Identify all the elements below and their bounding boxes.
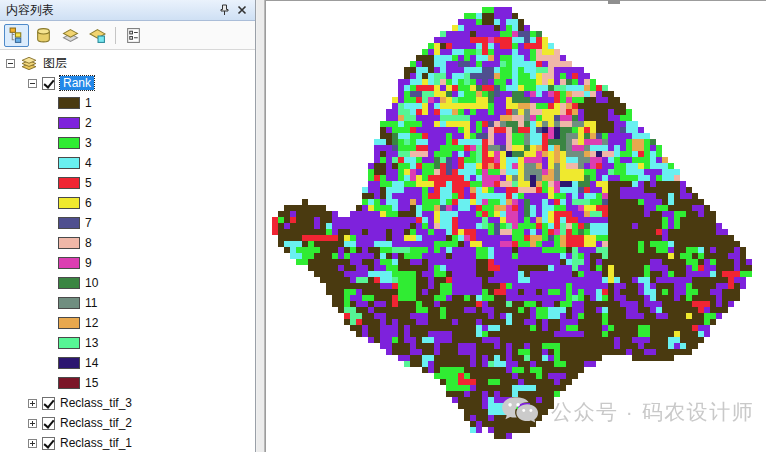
table-of-contents-panel: 内容列表 — [0, 0, 256, 452]
toolbar-separator — [115, 27, 116, 44]
class-value-label: 10 — [85, 276, 98, 290]
panel-title: 内容列表 — [6, 2, 215, 19]
map-view: 公众号 · 码农设计师 — [265, 0, 766, 452]
class-value-label: 7 — [85, 216, 92, 230]
class-value-label: 1 — [85, 96, 92, 110]
legend-class-row[interactable]: 7 — [0, 213, 255, 233]
legend-class-row[interactable]: 8 — [0, 233, 255, 253]
layer-row-reclass-tif-2[interactable]: Reclass_tif_2 — [0, 413, 255, 433]
legend-class-row[interactable]: 2 — [0, 113, 255, 133]
class-color-swatch[interactable] — [58, 197, 80, 209]
list-by-selection-button[interactable] — [85, 24, 110, 47]
legend-class-row[interactable]: 9 — [0, 253, 255, 273]
class-value-label: 12 — [85, 316, 98, 330]
layers-group-label: 图层 — [43, 55, 67, 72]
legend-class-row[interactable]: 3 — [0, 133, 255, 153]
class-value-label: 2 — [85, 116, 92, 130]
collapse-icon[interactable] — [6, 59, 15, 68]
class-value-label: 13 — [85, 336, 98, 350]
legend-class-row[interactable]: 5 — [0, 173, 255, 193]
rank-legend: 123456789101112131415 — [0, 93, 255, 393]
layer-label: Reclass_tif_3 — [60, 396, 132, 410]
legend-class-row[interactable]: 14 — [0, 353, 255, 373]
map-raster-canvas[interactable] — [266, 1, 766, 452]
toc-toolbar — [0, 21, 255, 50]
class-color-swatch[interactable] — [58, 217, 80, 229]
expand-icon[interactable] — [28, 399, 37, 408]
class-value-label: 6 — [85, 196, 92, 210]
layers-icon — [20, 55, 38, 72]
class-color-swatch[interactable] — [58, 377, 80, 389]
layers-group-row[interactable]: 图层 — [0, 53, 255, 73]
list-by-source-button[interactable] — [31, 24, 56, 47]
class-value-label: 11 — [85, 296, 97, 310]
layer-row-reclass-tif-3[interactable]: Reclass_tif_3 — [0, 393, 255, 413]
collapse-icon[interactable] — [28, 79, 37, 88]
layer-row-reclass-tif-1[interactable]: Reclass_tif_1 — [0, 433, 255, 452]
pin-icon[interactable] — [215, 2, 233, 19]
legend-class-row[interactable]: 4 — [0, 153, 255, 173]
rank-layer-row[interactable]: Rank — [0, 73, 255, 93]
rank-checkbox[interactable] — [42, 77, 55, 90]
class-color-swatch[interactable] — [58, 337, 80, 349]
legend-class-row[interactable]: 1 — [0, 93, 255, 113]
class-color-swatch[interactable] — [58, 297, 80, 309]
class-value-label: 4 — [85, 156, 92, 170]
class-value-label: 9 — [85, 256, 92, 270]
legend-class-row[interactable]: 15 — [0, 373, 255, 393]
close-icon[interactable] — [233, 2, 251, 19]
class-color-swatch[interactable] — [58, 117, 80, 129]
class-color-swatch[interactable] — [58, 257, 80, 269]
splitter-handle[interactable] — [608, 0, 620, 4]
class-value-label: 8 — [85, 236, 92, 250]
arcmap-workspace: 内容列表 — [0, 0, 766, 452]
class-color-swatch[interactable] — [58, 277, 80, 289]
class-color-swatch[interactable] — [58, 137, 80, 149]
legend-class-row[interactable]: 10 — [0, 273, 255, 293]
layer-checkbox[interactable] — [42, 397, 55, 410]
class-color-swatch[interactable] — [58, 237, 80, 249]
legend-class-row[interactable]: 13 — [0, 333, 255, 353]
class-color-swatch[interactable] — [58, 177, 80, 189]
list-by-visibility-button[interactable] — [58, 24, 83, 47]
class-color-swatch[interactable] — [58, 357, 80, 369]
class-value-label: 3 — [85, 136, 92, 150]
expand-icon[interactable] — [28, 439, 37, 448]
rank-layer-label[interactable]: Rank — [60, 76, 94, 90]
options-button[interactable] — [121, 24, 146, 47]
layer-label: Reclass_tif_2 — [60, 416, 132, 430]
class-value-label: 5 — [85, 176, 92, 190]
expand-icon[interactable] — [28, 419, 37, 428]
legend-class-row[interactable]: 12 — [0, 313, 255, 333]
toc-layer-tree: 图层 Rank 123456789101112131415 Reclass_ti… — [0, 50, 255, 452]
layer-label: Reclass_tif_1 — [60, 436, 132, 450]
panel-splitter[interactable] — [257, 0, 265, 452]
layer-checkbox[interactable] — [42, 417, 55, 430]
legend-class-row[interactable]: 11 — [0, 293, 255, 313]
class-color-swatch[interactable] — [58, 317, 80, 329]
class-value-label: 15 — [85, 376, 98, 390]
legend-class-row[interactable]: 6 — [0, 193, 255, 213]
list-by-drawing-order-button[interactable] — [4, 24, 29, 47]
class-color-swatch[interactable] — [58, 97, 80, 109]
class-color-swatch[interactable] — [58, 157, 80, 169]
toc-header: 内容列表 — [0, 0, 255, 21]
layer-checkbox[interactable] — [42, 437, 55, 450]
class-value-label: 14 — [85, 356, 98, 370]
